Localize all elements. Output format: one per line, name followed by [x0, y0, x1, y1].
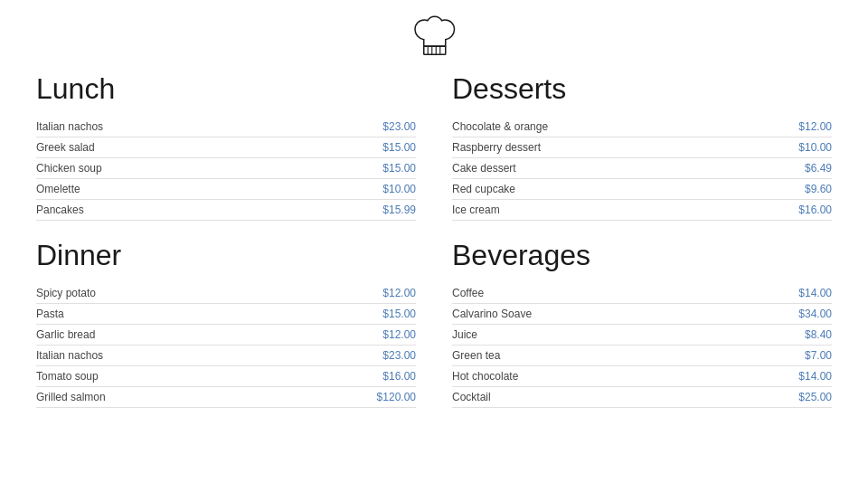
item-name: Raspberry dessert [452, 141, 798, 154]
section-title-dinner: Dinner [36, 239, 416, 272]
item-name: Cocktail [452, 391, 798, 403]
item-name: Greek salad [36, 141, 382, 154]
item-name: Green tea [452, 349, 805, 362]
list-item: Italian nachos$23.00 [36, 117, 416, 137]
item-price: $15.00 [382, 141, 416, 154]
item-name: Italian nachos [36, 120, 382, 133]
section-title-desserts: Desserts [452, 72, 832, 106]
item-name: Red cupcake [452, 183, 805, 195]
item-name: Chicken soup [36, 162, 382, 175]
item-name: Hot chocolate [452, 370, 798, 383]
item-price: $34.00 [798, 308, 832, 320]
item-price: $15.00 [382, 162, 416, 175]
item-price: $25.00 [798, 391, 832, 403]
list-item: Cake dessert$6.49 [452, 158, 832, 179]
lunch-items: Italian nachos$23.00Greek salad$15.00Chi… [36, 117, 416, 221]
page-container: Lunch Italian nachos$23.00Greek salad$15… [0, 0, 868, 502]
svg-rect-1 [424, 46, 446, 54]
item-name: Garlic bread [36, 328, 382, 341]
item-name: Spicy potato [36, 287, 382, 299]
item-price: $12.00 [382, 328, 416, 341]
list-item: Grilled salmon$120.00 [36, 387, 416, 408]
item-name: Cake dessert [452, 162, 805, 175]
list-item: Pasta$15.00 [36, 304, 416, 325]
list-item: Italian nachos$23.00 [36, 346, 416, 366]
list-item: Juice$8.40 [452, 325, 832, 346]
item-price: $7.00 [805, 349, 832, 362]
item-price: $10.00 [382, 183, 416, 195]
item-price: $10.00 [798, 141, 832, 154]
item-price: $23.00 [382, 120, 416, 133]
list-item: Pancakes$15.99 [36, 200, 416, 221]
section-beverages: Beverages Coffee$14.00Calvarino Soave$34… [452, 239, 832, 408]
item-name: Tomato soup [36, 370, 382, 383]
chef-hat-icon [407, 9, 461, 63]
item-price: $23.00 [382, 349, 416, 362]
section-desserts: Desserts Chocolate & orange$12.00Raspber… [452, 72, 832, 221]
item-price: $14.00 [798, 370, 832, 383]
item-price: $8.40 [805, 328, 832, 341]
item-name: Calvarino Soave [452, 308, 798, 320]
item-price: $12.00 [798, 120, 832, 133]
item-name: Pancakes [36, 204, 382, 216]
item-name: Pasta [36, 308, 382, 320]
header [18, 0, 850, 72]
item-price: $9.60 [805, 183, 832, 195]
item-price: $15.00 [382, 308, 416, 320]
list-item: Omelette$10.00 [36, 179, 416, 200]
list-item: Garlic bread$12.00 [36, 325, 416, 346]
dinner-items: Spicy potato$12.00Pasta$15.00Garlic brea… [36, 283, 416, 408]
item-name: Ice cream [452, 204, 798, 216]
list-item: Chocolate & orange$12.00 [452, 117, 832, 137]
list-item: Ice cream$16.00 [452, 200, 832, 221]
list-item: Cocktail$25.00 [452, 387, 832, 408]
item-price: $16.00 [382, 370, 416, 383]
item-name: Omelette [36, 183, 382, 195]
list-item: Spicy potato$12.00 [36, 283, 416, 304]
desserts-items: Chocolate & orange$12.00Raspberry desser… [452, 117, 832, 221]
list-item: Red cupcake$9.60 [452, 179, 832, 200]
list-item: Green tea$7.00 [452, 346, 832, 366]
section-title-lunch: Lunch [36, 72, 416, 106]
item-price: $12.00 [382, 287, 416, 299]
list-item: Chicken soup$15.00 [36, 158, 416, 179]
item-price: $16.00 [798, 204, 832, 216]
item-price: $6.49 [805, 162, 832, 175]
item-name: Italian nachos [36, 349, 382, 362]
list-item: Hot chocolate$14.00 [452, 366, 832, 387]
item-price: $15.99 [382, 204, 416, 216]
section-title-beverages: Beverages [452, 239, 832, 272]
section-dinner: Dinner Spicy potato$12.00Pasta$15.00Garl… [36, 239, 416, 408]
list-item: Greek salad$15.00 [36, 137, 416, 158]
list-item: Tomato soup$16.00 [36, 366, 416, 387]
section-lunch: Lunch Italian nachos$23.00Greek salad$15… [36, 72, 416, 221]
item-name: Grilled salmon [36, 391, 377, 403]
item-name: Coffee [452, 287, 798, 299]
menu-grid: Lunch Italian nachos$23.00Greek salad$15… [18, 72, 850, 426]
list-item: Raspberry dessert$10.00 [452, 137, 832, 158]
item-price: $14.00 [798, 287, 832, 299]
item-price: $120.00 [377, 391, 416, 403]
item-name: Juice [452, 328, 805, 341]
list-item: Calvarino Soave$34.00 [452, 304, 832, 325]
list-item: Coffee$14.00 [452, 283, 832, 304]
beverages-items: Coffee$14.00Calvarino Soave$34.00Juice$8… [452, 283, 832, 408]
item-name: Chocolate & orange [452, 120, 798, 133]
